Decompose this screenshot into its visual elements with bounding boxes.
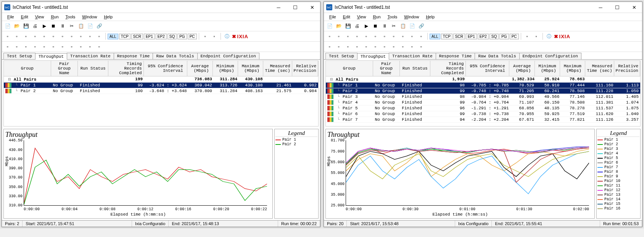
info-icon[interactable]: ⓘ [223, 32, 231, 41]
col-header[interactable]: 95% ConfidenceInterval [144, 61, 188, 76]
pause-icon[interactable]: ⏸ [58, 22, 67, 30]
legend-item[interactable]: Pair 2 [597, 142, 639, 147]
chart2-icon[interactable]: ▫ [335, 42, 343, 51]
collapse-icon[interactable]: ⊟ [5, 77, 14, 82]
ep1-icon[interactable]: ▫ [3, 32, 12, 41]
info-icon[interactable]: ⓘ [545, 32, 553, 41]
legend-item[interactable]: Pair 15 [597, 202, 639, 206]
legend-item[interactable]: Pair 11 [597, 183, 639, 188]
col-header[interactable]: Run Status [78, 61, 108, 76]
scale3-icon[interactable]: ▫ [390, 42, 398, 51]
tab-throughput[interactable]: Throughput [35, 53, 67, 60]
menu-view[interactable]: View [354, 14, 369, 20]
col-header[interactable]: Timing RecordsCompleted [430, 61, 466, 76]
chart4-icon[interactable]: ▫ [353, 42, 361, 51]
collapse-icon[interactable]: ⊟ [327, 77, 336, 82]
filter-pc[interactable]: PC [510, 34, 519, 39]
menu-edit[interactable]: Edit [18, 14, 31, 20]
print-icon[interactable]: 🖨 [353, 22, 361, 30]
layout1-icon[interactable]: ▫ [399, 42, 407, 51]
clipboard-icon[interactable]: ▫ [77, 32, 85, 41]
col-header[interactable]: Minimum(Mbps) [535, 61, 560, 76]
layout3-icon[interactable]: ▫ [417, 42, 425, 51]
close-button[interactable]: ✕ [306, 3, 318, 11]
maximize-button[interactable]: ☐ [612, 3, 623, 11]
run-icon[interactable]: ▶ [362, 22, 370, 30]
tab-endpoint-configuration[interactable]: Endpoint Configuration [197, 53, 259, 59]
chart3-icon[interactable]: ▫ [344, 42, 352, 51]
scale1-icon[interactable]: ▫ [49, 42, 58, 51]
paste-icon[interactable]: 📄 [408, 22, 416, 30]
tab-throughput[interactable]: Throughput [357, 53, 389, 60]
scale2-icon[interactable]: ▫ [380, 42, 389, 51]
legend-item[interactable]: Pair 10 [597, 179, 639, 183]
filter-tcp[interactable]: TCP [119, 34, 130, 39]
menu-file[interactable]: File [4, 14, 17, 20]
legend-item[interactable]: Pair 12 [597, 188, 639, 193]
tab-response-time[interactable]: Response Time [114, 53, 153, 59]
summary-row[interactable]: ⊟All Pairs 1,939 1,382.334 25.924 78.663 [326, 76, 640, 83]
chart2-icon[interactable]: ▫ [13, 42, 21, 51]
titlebar[interactable]: IxC IxChariot Test - untitled1.tst ─ ☐ ✕ [2, 2, 320, 13]
filter-scr[interactable]: SCR [453, 34, 465, 39]
chart3-icon[interactable]: ▫ [22, 42, 30, 51]
filter-all[interactable]: ALL [108, 34, 118, 39]
print-icon[interactable]: 🖨 [31, 22, 39, 30]
filter-all[interactable]: ALL [430, 34, 440, 39]
run-icon[interactable]: ▶ [40, 22, 48, 30]
ep2-icon[interactable]: ▫ [335, 32, 343, 41]
legend-item[interactable]: Pair 7 [597, 165, 639, 170]
voip-icon[interactable]: ▫ [86, 32, 94, 41]
legend-item[interactable]: Pair 1 [275, 138, 317, 142]
col-header[interactable]: Average(Mbps) [509, 61, 535, 76]
paste-icon[interactable]: 📄 [86, 22, 94, 30]
video-icon[interactable]: ▫ [344, 32, 352, 41]
chart1-icon[interactable]: ▫ [3, 42, 12, 51]
menu-tools[interactable]: Tools [385, 14, 401, 20]
ep2-icon[interactable]: ▫ [13, 32, 21, 41]
menu-run[interactable]: Run [370, 14, 383, 20]
tab-test-setup[interactable]: Test Setup [325, 53, 357, 59]
summary-row[interactable]: ⊟All Pairs 199 736.083 311.284 430.108 [4, 76, 318, 83]
scale1-icon[interactable]: ▫ [371, 42, 380, 51]
col-header[interactable]: Group [4, 61, 51, 76]
layout2-icon[interactable]: ▫ [86, 42, 94, 51]
stop-icon[interactable]: ⏹ [371, 22, 380, 30]
video-icon[interactable]: ▫ [22, 32, 30, 41]
analyze-icon[interactable]: ▫ [390, 32, 398, 41]
plot-area[interactable]: 81.70075.00065.00055.00045.00035.00025.0… [346, 140, 589, 206]
col-header[interactable]: Pair GroupName [51, 61, 78, 76]
maximize-button[interactable]: ☐ [290, 3, 301, 11]
table-row[interactable]: └Pair 2 No GroupFinished 99-0.748 : +0.7… [326, 88, 640, 94]
minimize-button[interactable]: ─ [273, 3, 284, 11]
export-icon[interactable]: ▫ [201, 32, 209, 41]
legend-item[interactable]: Pair 13 [597, 193, 639, 197]
col-header[interactable]: Run Status [400, 61, 430, 76]
open-icon[interactable]: 📂 [13, 22, 21, 30]
col-header[interactable]: Maximum(Mbps) [238, 61, 263, 76]
col-header[interactable]: Group [326, 61, 373, 76]
filter-ep1[interactable]: EP1 [144, 34, 155, 39]
ep1-icon[interactable]: ▫ [325, 32, 334, 41]
menu-edit[interactable]: Edit [340, 14, 353, 20]
filter-pg[interactable]: PG [499, 34, 509, 39]
col-header[interactable]: RelativePrecision [614, 61, 640, 76]
col-header[interactable]: RelativePrecision [292, 61, 318, 76]
cut-icon[interactable]: ✂ [390, 22, 398, 30]
legend-item[interactable]: Pair 6 [597, 161, 639, 165]
pair-icon[interactable]: 🔗 [417, 22, 425, 30]
filter-pc[interactable]: PC [188, 34, 197, 39]
new-icon[interactable]: 📄 [325, 22, 334, 30]
table-row[interactable]: └Pair 1 No GroupFinished 99-3.624 : +3.6… [4, 83, 318, 88]
cut-icon[interactable]: ✂ [68, 22, 76, 30]
col-header[interactable]: Average(Mbps) [187, 61, 213, 76]
group-icon[interactable]: ▫ [371, 32, 380, 41]
tab-test-setup[interactable]: Test Setup [3, 53, 35, 59]
menu-window[interactable]: Window [401, 14, 422, 20]
legend-item[interactable]: Pair 16 [597, 206, 639, 211]
col-header[interactable]: Minimum(Mbps) [213, 61, 238, 76]
col-header[interactable]: 95% ConfidenceInterval [466, 61, 510, 76]
save-icon[interactable]: 💾 [22, 22, 30, 30]
legend-item[interactable]: Pair 9 [597, 174, 639, 179]
audio-icon[interactable]: ▫ [31, 32, 39, 41]
